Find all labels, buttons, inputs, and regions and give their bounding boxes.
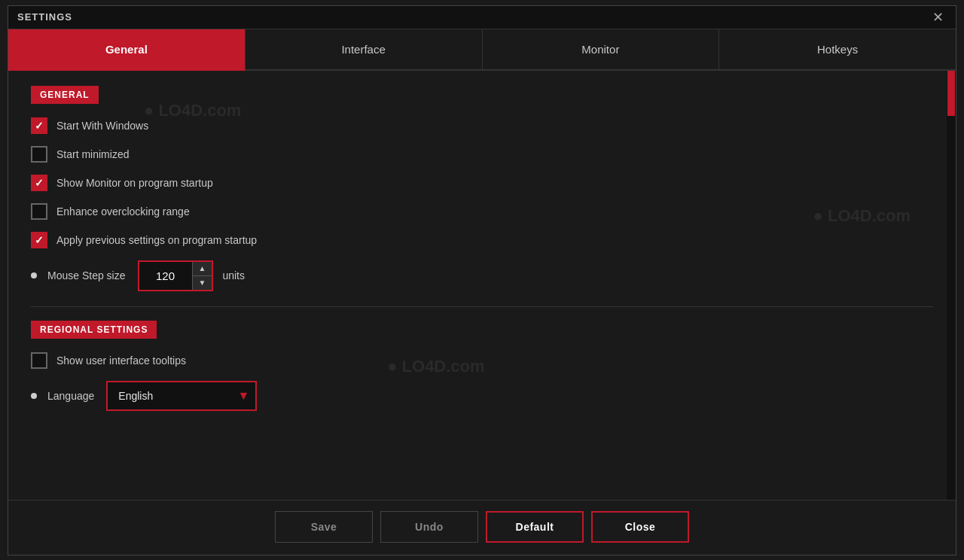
checkbox-row-start-minimized[interactable]: Start minimized [31, 146, 933, 163]
language-row: Language English German French Spanish J… [31, 381, 933, 411]
tab-general[interactable]: General [8, 29, 246, 71]
mouse-step-input[interactable] [139, 262, 192, 290]
step-down-button[interactable]: ▼ [193, 276, 212, 290]
mouse-step-row: Mouse Step size ▲ ▼ units [31, 260, 933, 291]
checkbox-show-monitor[interactable] [31, 175, 47, 191]
checkbox-label-start-with-windows: Start With Windows [56, 120, 148, 132]
checkbox-row-start-with-windows[interactable]: Start With Windows [31, 117, 933, 134]
divider [31, 306, 933, 307]
checkbox-label-start-minimized: Start minimized [56, 148, 129, 160]
default-button[interactable]: Default [486, 511, 584, 543]
general-section-header: GENERAL [31, 86, 99, 104]
save-button[interactable]: Save [275, 511, 373, 543]
tab-bar: General Interface Monitor Hotkeys [8, 29, 956, 71]
step-arrows: ▲ ▼ [192, 262, 212, 290]
tab-hotkeys[interactable]: Hotkeys [719, 29, 956, 71]
checkbox-start-with-windows[interactable] [31, 117, 47, 134]
checkbox-label-enhance-overclocking: Enhance overclocking range [56, 205, 190, 218]
language-select[interactable]: English German French Spanish Japanese C… [106, 381, 257, 411]
undo-button[interactable]: Undo [380, 511, 478, 543]
checkbox-show-tooltips[interactable] [31, 352, 47, 369]
mouse-step-input-wrap: ▲ ▼ [138, 260, 214, 291]
checkbox-label-show-monitor: Show Monitor on program startup [56, 177, 213, 189]
title-bar: SETTINGS ✕ [8, 6, 956, 29]
checkbox-label-apply-previous: Apply previous settings on program start… [56, 234, 257, 246]
checkbox-enhance-overclocking[interactable] [31, 203, 47, 220]
step-up-button[interactable]: ▲ [193, 262, 212, 276]
checkbox-start-minimized[interactable] [31, 146, 47, 163]
bullet-icon [31, 272, 37, 278]
checkbox-row-show-tooltips[interactable]: Show user interface tooltips [31, 352, 933, 369]
tab-interface[interactable]: Interface [246, 29, 483, 71]
checkbox-apply-previous[interactable] [31, 232, 47, 248]
language-bullet-icon [31, 393, 37, 399]
scrollbar-thumb[interactable] [947, 71, 955, 116]
mouse-step-label: Mouse Step size [47, 269, 126, 282]
checkbox-row-apply-previous[interactable]: Apply previous settings on program start… [31, 232, 933, 248]
units-label: units [222, 269, 245, 282]
window-title: SETTINGS [17, 11, 72, 23]
settings-window: SETTINGS ✕ General Interface Monitor Hot… [8, 5, 956, 555]
tab-monitor[interactable]: Monitor [483, 29, 720, 71]
language-label: Language [47, 390, 94, 402]
settings-content: ● LO4D.com ● LO4D.com ● LO4D.com GENERAL… [8, 71, 956, 500]
close-window-button[interactable]: ✕ [929, 11, 947, 24]
scrollbar-track[interactable] [947, 71, 956, 500]
checkbox-label-show-tooltips: Show user interface tooltips [56, 355, 186, 367]
close-button[interactable]: Close [591, 511, 689, 543]
regional-section-header: REGIONAL SETTINGS [31, 321, 157, 339]
footer: Save Undo Default Close [8, 500, 956, 555]
checkbox-row-show-monitor[interactable]: Show Monitor on program startup [31, 175, 933, 191]
regional-section: REGIONAL SETTINGS Show user interface to… [31, 306, 933, 411]
language-select-wrap: English German French Spanish Japanese C… [106, 381, 257, 411]
checkbox-row-enhance-overclocking[interactable]: Enhance overclocking range [31, 203, 933, 220]
